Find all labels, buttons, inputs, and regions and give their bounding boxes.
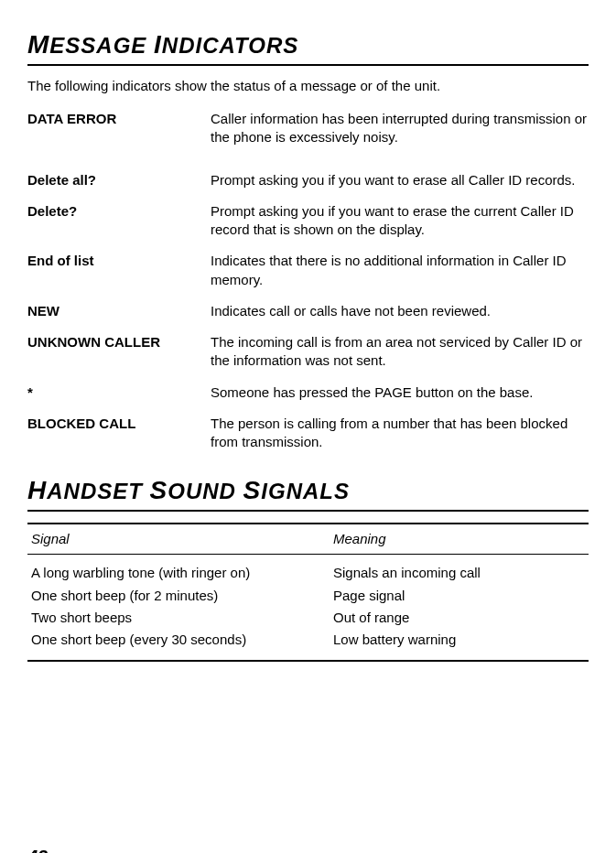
signal-cell: One short beep (for 2 minutes) <box>31 587 333 605</box>
table-row: A long warbling tone (with ringer on) Si… <box>31 562 585 584</box>
table-row: Two short beeps Out of range <box>31 607 585 629</box>
signals-table: Signal Meaning A long warbling tone (wit… <box>27 523 589 662</box>
indicator-term: BLOCKED CALL <box>27 415 211 452</box>
indicator-term: UNKNOWN CALLER <box>27 333 211 371</box>
indicator-term: * <box>27 383 211 402</box>
meaning-cell: Low battery warning <box>333 631 585 649</box>
indicator-desc: Caller information has been interrupted … <box>211 110 589 147</box>
header-signal: Signal <box>31 530 333 548</box>
meaning-cell: Page signal <box>333 587 585 605</box>
indicator-row: * Someone has pressed the PAGE button on… <box>27 383 589 402</box>
signal-cell: One short beep (every 30 seconds) <box>31 631 333 649</box>
header-meaning: Meaning <box>333 530 585 548</box>
signal-cell: Two short beeps <box>31 609 333 627</box>
table-row: One short beep (every 30 seconds) Low ba… <box>31 629 585 651</box>
indicator-term: Delete all? <box>27 171 211 189</box>
indicator-row: NEW Indicates call or calls have not bee… <box>27 302 589 320</box>
indicator-desc: Prompt asking you if you want to erase a… <box>211 171 589 189</box>
indicator-desc: Prompt asking you if you want to erase t… <box>211 202 589 240</box>
indicator-term: DATA ERROR <box>27 110 211 147</box>
indicator-row: Delete all? Prompt asking you if you wan… <box>27 171 589 189</box>
indicator-row: End of list Indicates that there is no a… <box>27 252 589 289</box>
meaning-cell: Signals an incoming call <box>333 564 585 582</box>
indicator-desc: The incoming call is from an area not se… <box>211 333 589 371</box>
table-header: Signal Meaning <box>27 523 589 555</box>
intro-text: The following indicators show the status… <box>27 77 589 95</box>
indicator-term: NEW <box>27 302 211 320</box>
section-title-handset-sound-signals: HANDSET SOUND SIGNALS <box>27 473 589 512</box>
indicator-desc: The person is calling from a number that… <box>211 415 589 452</box>
section-title-message-indicators: MESSAGE INDICATORS <box>27 27 589 66</box>
indicator-row: DATA ERROR Caller information has been i… <box>27 110 589 147</box>
page-number: 42 <box>27 845 589 853</box>
indicator-term: End of list <box>27 252 211 289</box>
indicator-desc: Someone has pressed the PAGE button on t… <box>211 383 589 402</box>
indicators-list: DATA ERROR Caller information has been i… <box>27 110 589 451</box>
indicator-row: BLOCKED CALL The person is calling from … <box>27 415 589 452</box>
indicator-desc: Indicates call or calls have not been re… <box>211 302 589 320</box>
indicator-term: Delete? <box>27 202 211 240</box>
table-row: One short beep (for 2 minutes) Page sign… <box>31 585 585 607</box>
meaning-cell: Out of range <box>333 609 585 627</box>
indicator-row: UNKNOWN CALLER The incoming call is from… <box>27 333 589 371</box>
indicator-desc: Indicates that there is no additional in… <box>211 252 589 289</box>
signal-cell: A long warbling tone (with ringer on) <box>31 564 333 582</box>
table-body: A long warbling tone (with ringer on) Si… <box>27 555 589 662</box>
indicator-row: Delete? Prompt asking you if you want to… <box>27 202 589 240</box>
